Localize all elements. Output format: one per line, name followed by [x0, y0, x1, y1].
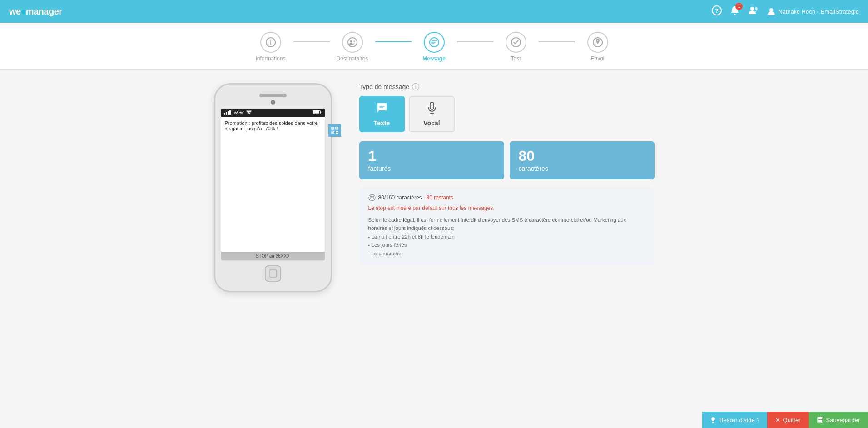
sms-count-label: facturés	[368, 165, 495, 172]
char-remaining: -80 restants	[425, 194, 453, 201]
sms-count-card: 1 facturés	[359, 141, 504, 179]
legal-item3: - Le dimanche	[368, 249, 645, 258]
wizard-step-message[interactable]: Message	[412, 32, 457, 62]
quit-icon: ✕	[775, 417, 780, 423]
phone-container: WeW Promotio	[214, 83, 332, 292]
step-label-envoi: Envoi	[590, 55, 604, 62]
phone-home-button	[265, 265, 281, 282]
phone-message-content: Promotion : profitez des soldes dans vot…	[221, 117, 325, 252]
svg-rect-17	[228, 111, 229, 115]
svg-rect-29	[337, 131, 338, 132]
logo: wemanager	[9, 6, 62, 17]
stats-row: 1 facturés 80 caractères	[359, 141, 655, 179]
phone-carrier: WeW	[224, 110, 252, 115]
qr-button[interactable]	[328, 124, 341, 137]
svg-text:i: i	[270, 39, 272, 46]
vocal-button[interactable]: Vocal	[409, 96, 455, 132]
type-info-icon[interactable]: i	[412, 83, 419, 90]
svg-rect-15	[224, 113, 225, 115]
header: wemanager ? 1	[0, 0, 868, 23]
quit-button[interactable]: ✕ Quitter	[767, 412, 809, 428]
phone-screen: WeW Promotio	[221, 108, 325, 261]
right-panel: Type de message i Texte	[359, 83, 655, 265]
char-count-label: caractères	[519, 165, 645, 172]
phone-mockup: WeW Promotio	[214, 83, 332, 292]
wizard-step-informations[interactable]: i Informations	[248, 32, 293, 62]
svg-rect-38	[818, 420, 822, 422]
step-circle-destinataires	[342, 32, 363, 53]
step-circle-informations: i	[260, 32, 281, 53]
header-right: ? 1 Nathalie Hoch - EmailStrategie	[712, 5, 859, 18]
svg-rect-35	[712, 422, 714, 423]
wizard-step-destinataires[interactable]: Destinataires	[330, 32, 375, 62]
phone-message-text: Promotion : profitez des soldes dans vot…	[225, 120, 318, 131]
help-icon[interactable]: ?	[712, 5, 722, 18]
notification-badge: 1	[735, 3, 743, 10]
legal-item2: - Les jours fériés	[368, 241, 645, 249]
user-name: Nathalie Hoch - EmailStrategie	[778, 8, 859, 15]
notification-icon[interactable]: 1	[730, 5, 740, 18]
svg-rect-28	[336, 131, 337, 132]
type-label-text: Type de message	[359, 83, 410, 90]
svg-point-5	[769, 8, 773, 12]
phone-status-bar: WeW	[221, 109, 325, 117]
main-content: WeW Promotio	[0, 70, 868, 306]
help-button[interactable]: Besoin d'aide ?	[702, 412, 767, 428]
svg-rect-37	[818, 417, 822, 419]
users-icon[interactable]	[748, 5, 759, 18]
svg-rect-23	[332, 128, 333, 129]
bottom-bar: Besoin d'aide ? ✕ Quitter Sauvegarder	[702, 412, 868, 428]
step-circle-message	[424, 32, 445, 53]
vocal-icon	[426, 101, 438, 117]
type-label: Type de message i	[359, 83, 655, 90]
char-current: 80	[378, 194, 384, 201]
phone-home-inner	[269, 269, 277, 278]
svg-point-3	[750, 7, 754, 10]
phone-speaker	[259, 94, 287, 97]
wizard-line-3	[457, 41, 493, 42]
help-label: Besoin d'aide ?	[719, 417, 760, 423]
wizard: i Informations Destinataires	[0, 23, 868, 70]
step-circle-envoi	[587, 32, 608, 53]
phone-stop-text: STOP au 36XXX	[221, 252, 325, 260]
svg-point-2	[734, 14, 736, 15]
user-info: Nathalie Hoch - EmailStrategie	[767, 7, 859, 15]
svg-rect-18	[229, 110, 231, 115]
phone-battery	[313, 110, 322, 115]
texte-label: Texte	[374, 119, 390, 127]
logo-w-letter: manager	[26, 6, 62, 16]
quit-label: Quitter	[783, 417, 801, 423]
wizard-line-4	[539, 41, 575, 42]
step-label-test: Test	[511, 55, 521, 62]
char-count-number: 80	[519, 149, 645, 163]
svg-point-8	[348, 38, 357, 47]
save-label: Sauvegarder	[826, 417, 860, 423]
wizard-line-1	[293, 41, 330, 42]
svg-rect-30	[336, 133, 337, 134]
texte-button[interactable]: Texte	[359, 96, 405, 132]
svg-point-14	[597, 40, 598, 41]
svg-point-9	[350, 40, 352, 43]
svg-rect-20	[320, 111, 321, 113]
wizard-step-envoi[interactable]: Envoi	[575, 32, 620, 62]
texte-icon	[376, 101, 388, 117]
svg-rect-27	[332, 132, 333, 133]
wizard-line-2	[375, 41, 412, 42]
char-count-row: 80/160 caractères -80 restants	[368, 194, 645, 201]
wizard-steps: i Informations Destinataires	[248, 32, 620, 62]
phone-camera	[271, 100, 275, 105]
svg-rect-31	[337, 133, 338, 134]
svg-text:?: ?	[715, 7, 719, 14]
wizard-step-test[interactable]: Test	[493, 32, 539, 62]
logo-we: we	[9, 6, 21, 16]
step-label-informations: Informations	[255, 55, 285, 62]
stop-warning: Le stop est inséré par défaut sur tous l…	[368, 205, 645, 211]
legal-item1: - La nuit entre 22h et 8h le lendemain	[368, 233, 645, 241]
vocal-label: Vocal	[423, 119, 440, 127]
step-label-message: Message	[422, 55, 446, 62]
legal-intro: Selon le cadre légal, il est formellemen…	[368, 216, 645, 233]
logo-text: wemanager	[9, 6, 62, 17]
svg-rect-25	[336, 128, 337, 129]
save-button[interactable]: Sauvegarder	[809, 412, 868, 428]
svg-point-4	[755, 7, 758, 10]
